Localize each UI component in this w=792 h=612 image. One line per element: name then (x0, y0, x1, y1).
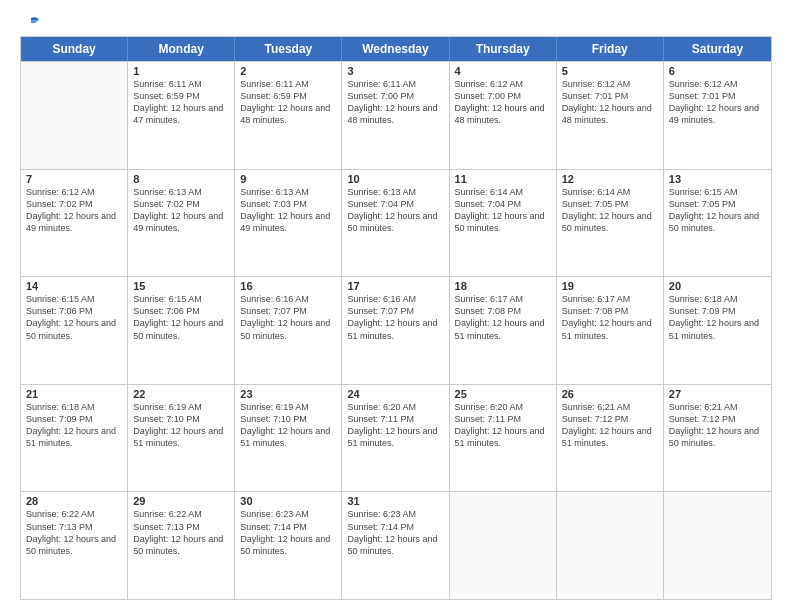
cal-cell (21, 62, 128, 169)
day-info: Sunrise: 6:18 AM Sunset: 7:09 PM Dayligh… (26, 401, 122, 450)
cal-cell: 2Sunrise: 6:11 AM Sunset: 6:59 PM Daylig… (235, 62, 342, 169)
cal-cell: 20Sunrise: 6:18 AM Sunset: 7:09 PM Dayli… (664, 277, 771, 384)
cal-cell: 12Sunrise: 6:14 AM Sunset: 7:05 PM Dayli… (557, 170, 664, 277)
cal-cell: 31Sunrise: 6:23 AM Sunset: 7:14 PM Dayli… (342, 492, 449, 599)
cal-cell: 14Sunrise: 6:15 AM Sunset: 7:06 PM Dayli… (21, 277, 128, 384)
calendar-body: 1Sunrise: 6:11 AM Sunset: 6:59 PM Daylig… (21, 61, 771, 599)
day-info: Sunrise: 6:22 AM Sunset: 7:13 PM Dayligh… (133, 508, 229, 557)
day-info: Sunrise: 6:23 AM Sunset: 7:14 PM Dayligh… (347, 508, 443, 557)
col-header-monday: Monday (128, 37, 235, 61)
week-row-3: 14Sunrise: 6:15 AM Sunset: 7:06 PM Dayli… (21, 276, 771, 384)
cal-cell: 7Sunrise: 6:12 AM Sunset: 7:02 PM Daylig… (21, 170, 128, 277)
day-info: Sunrise: 6:15 AM Sunset: 7:06 PM Dayligh… (133, 293, 229, 342)
cal-cell: 21Sunrise: 6:18 AM Sunset: 7:09 PM Dayli… (21, 385, 128, 492)
day-info: Sunrise: 6:12 AM Sunset: 7:01 PM Dayligh… (562, 78, 658, 127)
logo-bird-icon (21, 16, 43, 32)
cal-cell: 28Sunrise: 6:22 AM Sunset: 7:13 PM Dayli… (21, 492, 128, 599)
cal-cell: 30Sunrise: 6:23 AM Sunset: 7:14 PM Dayli… (235, 492, 342, 599)
day-number: 9 (240, 173, 336, 185)
day-info: Sunrise: 6:17 AM Sunset: 7:08 PM Dayligh… (562, 293, 658, 342)
day-number: 11 (455, 173, 551, 185)
calendar-header: SundayMondayTuesdayWednesdayThursdayFrid… (21, 37, 771, 61)
day-number: 25 (455, 388, 551, 400)
cal-cell: 26Sunrise: 6:21 AM Sunset: 7:12 PM Dayli… (557, 385, 664, 492)
day-info: Sunrise: 6:17 AM Sunset: 7:08 PM Dayligh… (455, 293, 551, 342)
week-row-4: 21Sunrise: 6:18 AM Sunset: 7:09 PM Dayli… (21, 384, 771, 492)
day-number: 8 (133, 173, 229, 185)
cal-cell: 18Sunrise: 6:17 AM Sunset: 7:08 PM Dayli… (450, 277, 557, 384)
day-number: 5 (562, 65, 658, 77)
cal-cell: 25Sunrise: 6:20 AM Sunset: 7:11 PM Dayli… (450, 385, 557, 492)
day-info: Sunrise: 6:11 AM Sunset: 6:59 PM Dayligh… (240, 78, 336, 127)
col-header-saturday: Saturday (664, 37, 771, 61)
cal-cell: 23Sunrise: 6:19 AM Sunset: 7:10 PM Dayli… (235, 385, 342, 492)
cal-cell: 11Sunrise: 6:14 AM Sunset: 7:04 PM Dayli… (450, 170, 557, 277)
day-info: Sunrise: 6:19 AM Sunset: 7:10 PM Dayligh… (133, 401, 229, 450)
day-number: 14 (26, 280, 122, 292)
day-number: 21 (26, 388, 122, 400)
cal-cell: 1Sunrise: 6:11 AM Sunset: 6:59 PM Daylig… (128, 62, 235, 169)
day-info: Sunrise: 6:19 AM Sunset: 7:10 PM Dayligh… (240, 401, 336, 450)
day-info: Sunrise: 6:20 AM Sunset: 7:11 PM Dayligh… (455, 401, 551, 450)
day-number: 31 (347, 495, 443, 507)
cal-cell: 3Sunrise: 6:11 AM Sunset: 7:00 PM Daylig… (342, 62, 449, 169)
col-header-tuesday: Tuesday (235, 37, 342, 61)
day-info: Sunrise: 6:15 AM Sunset: 7:06 PM Dayligh… (26, 293, 122, 342)
cal-cell: 4Sunrise: 6:12 AM Sunset: 7:00 PM Daylig… (450, 62, 557, 169)
day-info: Sunrise: 6:21 AM Sunset: 7:12 PM Dayligh… (562, 401, 658, 450)
page: SundayMondayTuesdayWednesdayThursdayFrid… (0, 0, 792, 612)
cal-cell: 16Sunrise: 6:16 AM Sunset: 7:07 PM Dayli… (235, 277, 342, 384)
header (20, 18, 772, 28)
day-info: Sunrise: 6:13 AM Sunset: 7:02 PM Dayligh… (133, 186, 229, 235)
day-number: 12 (562, 173, 658, 185)
day-number: 22 (133, 388, 229, 400)
day-number: 18 (455, 280, 551, 292)
day-number: 6 (669, 65, 766, 77)
cal-cell (664, 492, 771, 599)
day-info: Sunrise: 6:12 AM Sunset: 7:01 PM Dayligh… (669, 78, 766, 127)
cal-cell: 10Sunrise: 6:13 AM Sunset: 7:04 PM Dayli… (342, 170, 449, 277)
day-number: 27 (669, 388, 766, 400)
day-number: 26 (562, 388, 658, 400)
day-info: Sunrise: 6:16 AM Sunset: 7:07 PM Dayligh… (240, 293, 336, 342)
cal-cell: 13Sunrise: 6:15 AM Sunset: 7:05 PM Dayli… (664, 170, 771, 277)
week-row-1: 1Sunrise: 6:11 AM Sunset: 6:59 PM Daylig… (21, 61, 771, 169)
col-header-friday: Friday (557, 37, 664, 61)
day-number: 30 (240, 495, 336, 507)
day-info: Sunrise: 6:22 AM Sunset: 7:13 PM Dayligh… (26, 508, 122, 557)
cal-cell: 5Sunrise: 6:12 AM Sunset: 7:01 PM Daylig… (557, 62, 664, 169)
cal-cell: 27Sunrise: 6:21 AM Sunset: 7:12 PM Dayli… (664, 385, 771, 492)
day-info: Sunrise: 6:13 AM Sunset: 7:03 PM Dayligh… (240, 186, 336, 235)
col-header-sunday: Sunday (21, 37, 128, 61)
day-number: 17 (347, 280, 443, 292)
cal-cell: 8Sunrise: 6:13 AM Sunset: 7:02 PM Daylig… (128, 170, 235, 277)
day-info: Sunrise: 6:11 AM Sunset: 7:00 PM Dayligh… (347, 78, 443, 127)
day-info: Sunrise: 6:14 AM Sunset: 7:05 PM Dayligh… (562, 186, 658, 235)
day-number: 23 (240, 388, 336, 400)
day-info: Sunrise: 6:15 AM Sunset: 7:05 PM Dayligh… (669, 186, 766, 235)
day-number: 28 (26, 495, 122, 507)
day-number: 15 (133, 280, 229, 292)
day-info: Sunrise: 6:11 AM Sunset: 6:59 PM Dayligh… (133, 78, 229, 127)
week-row-2: 7Sunrise: 6:12 AM Sunset: 7:02 PM Daylig… (21, 169, 771, 277)
day-number: 4 (455, 65, 551, 77)
day-info: Sunrise: 6:18 AM Sunset: 7:09 PM Dayligh… (669, 293, 766, 342)
cal-cell: 6Sunrise: 6:12 AM Sunset: 7:01 PM Daylig… (664, 62, 771, 169)
col-header-thursday: Thursday (450, 37, 557, 61)
cal-cell (450, 492, 557, 599)
day-info: Sunrise: 6:12 AM Sunset: 7:02 PM Dayligh… (26, 186, 122, 235)
day-info: Sunrise: 6:16 AM Sunset: 7:07 PM Dayligh… (347, 293, 443, 342)
day-number: 20 (669, 280, 766, 292)
day-info: Sunrise: 6:12 AM Sunset: 7:00 PM Dayligh… (455, 78, 551, 127)
day-number: 16 (240, 280, 336, 292)
day-number: 19 (562, 280, 658, 292)
week-row-5: 28Sunrise: 6:22 AM Sunset: 7:13 PM Dayli… (21, 491, 771, 599)
day-info: Sunrise: 6:23 AM Sunset: 7:14 PM Dayligh… (240, 508, 336, 557)
cal-cell: 29Sunrise: 6:22 AM Sunset: 7:13 PM Dayli… (128, 492, 235, 599)
cal-cell (557, 492, 664, 599)
day-number: 13 (669, 173, 766, 185)
logo (20, 18, 43, 28)
cal-cell: 15Sunrise: 6:15 AM Sunset: 7:06 PM Dayli… (128, 277, 235, 384)
col-header-wednesday: Wednesday (342, 37, 449, 61)
day-number: 24 (347, 388, 443, 400)
